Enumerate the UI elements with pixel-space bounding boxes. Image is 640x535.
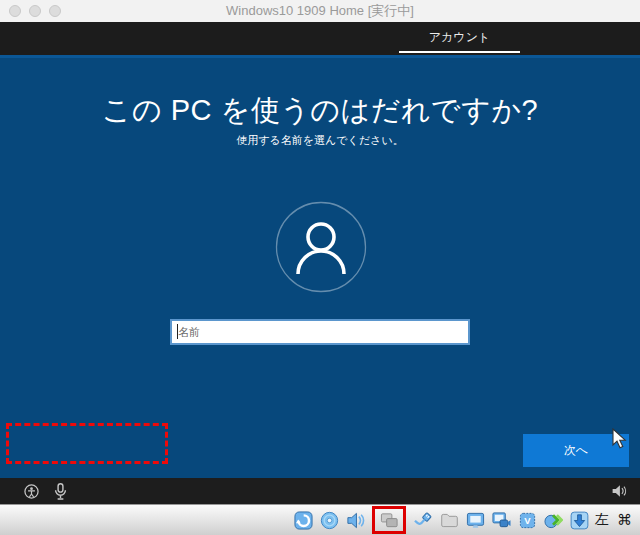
close-button[interactable] bbox=[9, 5, 21, 17]
network-icon-highlight bbox=[372, 506, 406, 534]
mouse-integration-icon[interactable] bbox=[543, 510, 563, 530]
network-icon[interactable] bbox=[379, 510, 399, 530]
recording-icon[interactable] bbox=[491, 510, 511, 530]
oobe-header: アカウント bbox=[0, 22, 640, 55]
page-subtitle: 使用する名前を選んでください。 bbox=[0, 133, 640, 148]
page-title: この PC を使うのはだれですか? bbox=[0, 91, 640, 131]
oobe-content: この PC を使うのはだれですか? 使用する名前を選んでください。 次へ bbox=[0, 55, 640, 478]
shared-folders-icon[interactable] bbox=[439, 510, 459, 530]
display-icon[interactable] bbox=[465, 510, 485, 530]
usb-icon[interactable] bbox=[413, 510, 433, 530]
window-title: Windows10 1909 Home [実行中] bbox=[0, 0, 640, 22]
ease-of-access-icon[interactable] bbox=[24, 484, 39, 499]
virtualbox-statusbar: V 左 ⌘ bbox=[0, 504, 640, 535]
text-caret bbox=[177, 324, 178, 339]
volume-icon[interactable] bbox=[611, 484, 628, 498]
titlebar: Windows10 1909 Home [実行中] bbox=[0, 0, 640, 22]
hard-disk-icon[interactable] bbox=[293, 510, 313, 530]
zoom-button[interactable] bbox=[49, 5, 61, 17]
host-key-label: 左 bbox=[595, 511, 609, 529]
keyboard-icon[interactable] bbox=[569, 510, 589, 530]
oobe-footer bbox=[0, 478, 640, 504]
command-key-icon: ⌘ bbox=[617, 511, 632, 529]
minimize-button[interactable] bbox=[29, 5, 41, 17]
microphone-icon[interactable] bbox=[54, 483, 67, 500]
audio-icon[interactable] bbox=[345, 510, 365, 530]
svg-text:V: V bbox=[524, 515, 531, 526]
tab-account: アカウント bbox=[399, 22, 520, 53]
user-icon bbox=[275, 201, 367, 293]
virtualbox-window: Windows10 1909 Home [実行中] アカウント この PC を使… bbox=[0, 0, 640, 535]
mouse-pointer-icon bbox=[611, 428, 628, 450]
red-dashed-annotation bbox=[6, 423, 168, 464]
features-icon[interactable]: V bbox=[517, 510, 537, 530]
optical-disk-icon[interactable] bbox=[319, 510, 339, 530]
name-input[interactable] bbox=[170, 319, 470, 345]
